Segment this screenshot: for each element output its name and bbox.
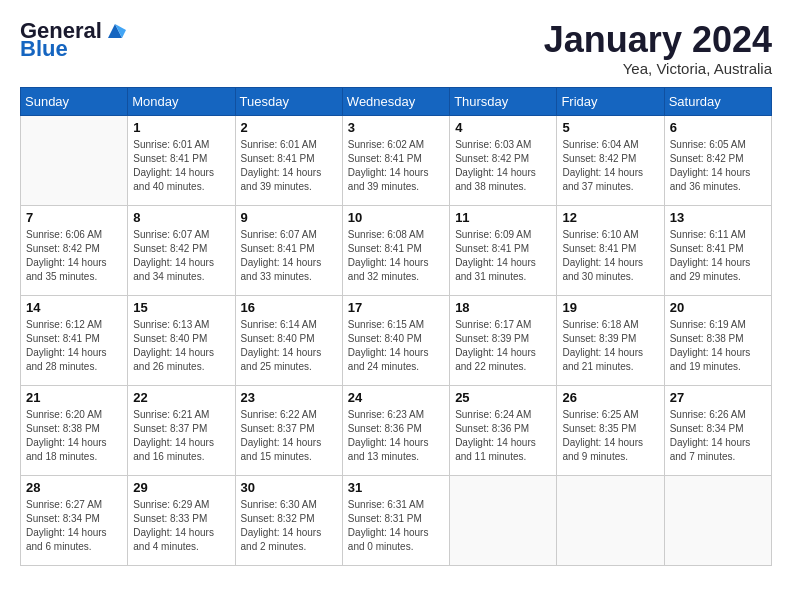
calendar-day-cell: 13Sunrise: 6:11 AM Sunset: 8:41 PM Dayli… bbox=[664, 205, 771, 295]
calendar-day-cell: 31Sunrise: 6:31 AM Sunset: 8:31 PM Dayli… bbox=[342, 475, 449, 565]
calendar-day-cell: 30Sunrise: 6:30 AM Sunset: 8:32 PM Dayli… bbox=[235, 475, 342, 565]
day-number: 21 bbox=[26, 390, 122, 405]
day-info: Sunrise: 6:05 AM Sunset: 8:42 PM Dayligh… bbox=[670, 138, 766, 194]
day-number: 13 bbox=[670, 210, 766, 225]
calendar-day-cell: 12Sunrise: 6:10 AM Sunset: 8:41 PM Dayli… bbox=[557, 205, 664, 295]
day-number: 10 bbox=[348, 210, 444, 225]
day-info: Sunrise: 6:22 AM Sunset: 8:37 PM Dayligh… bbox=[241, 408, 337, 464]
day-info: Sunrise: 6:02 AM Sunset: 8:41 PM Dayligh… bbox=[348, 138, 444, 194]
calendar-day-cell: 22Sunrise: 6:21 AM Sunset: 8:37 PM Dayli… bbox=[128, 385, 235, 475]
day-number: 1 bbox=[133, 120, 229, 135]
calendar-day-cell: 3Sunrise: 6:02 AM Sunset: 8:41 PM Daylig… bbox=[342, 115, 449, 205]
calendar-day-cell: 5Sunrise: 6:04 AM Sunset: 8:42 PM Daylig… bbox=[557, 115, 664, 205]
day-number: 24 bbox=[348, 390, 444, 405]
calendar-day-cell bbox=[21, 115, 128, 205]
calendar-header-row: SundayMondayTuesdayWednesdayThursdayFrid… bbox=[21, 87, 772, 115]
calendar-day-cell: 9Sunrise: 6:07 AM Sunset: 8:41 PM Daylig… bbox=[235, 205, 342, 295]
calendar-day-cell: 1Sunrise: 6:01 AM Sunset: 8:41 PM Daylig… bbox=[128, 115, 235, 205]
calendar-day-cell: 2Sunrise: 6:01 AM Sunset: 8:41 PM Daylig… bbox=[235, 115, 342, 205]
calendar-week-row: 7Sunrise: 6:06 AM Sunset: 8:42 PM Daylig… bbox=[21, 205, 772, 295]
page-header: General Blue January 2024 Yea, Victoria,… bbox=[20, 20, 772, 77]
day-info: Sunrise: 6:23 AM Sunset: 8:36 PM Dayligh… bbox=[348, 408, 444, 464]
calendar-day-header: Wednesday bbox=[342, 87, 449, 115]
calendar-week-row: 21Sunrise: 6:20 AM Sunset: 8:38 PM Dayli… bbox=[21, 385, 772, 475]
calendar-day-cell: 28Sunrise: 6:27 AM Sunset: 8:34 PM Dayli… bbox=[21, 475, 128, 565]
calendar-day-cell bbox=[664, 475, 771, 565]
day-info: Sunrise: 6:09 AM Sunset: 8:41 PM Dayligh… bbox=[455, 228, 551, 284]
day-info: Sunrise: 6:30 AM Sunset: 8:32 PM Dayligh… bbox=[241, 498, 337, 554]
day-number: 20 bbox=[670, 300, 766, 315]
day-info: Sunrise: 6:06 AM Sunset: 8:42 PM Dayligh… bbox=[26, 228, 122, 284]
day-number: 15 bbox=[133, 300, 229, 315]
calendar-day-cell: 6Sunrise: 6:05 AM Sunset: 8:42 PM Daylig… bbox=[664, 115, 771, 205]
day-info: Sunrise: 6:14 AM Sunset: 8:40 PM Dayligh… bbox=[241, 318, 337, 374]
calendar-day-cell: 29Sunrise: 6:29 AM Sunset: 8:33 PM Dayli… bbox=[128, 475, 235, 565]
day-info: Sunrise: 6:31 AM Sunset: 8:31 PM Dayligh… bbox=[348, 498, 444, 554]
day-info: Sunrise: 6:18 AM Sunset: 8:39 PM Dayligh… bbox=[562, 318, 658, 374]
day-info: Sunrise: 6:08 AM Sunset: 8:41 PM Dayligh… bbox=[348, 228, 444, 284]
calendar-day-cell: 14Sunrise: 6:12 AM Sunset: 8:41 PM Dayli… bbox=[21, 295, 128, 385]
day-info: Sunrise: 6:04 AM Sunset: 8:42 PM Dayligh… bbox=[562, 138, 658, 194]
day-number: 18 bbox=[455, 300, 551, 315]
calendar-day-header: Friday bbox=[557, 87, 664, 115]
day-number: 11 bbox=[455, 210, 551, 225]
calendar-day-cell: 19Sunrise: 6:18 AM Sunset: 8:39 PM Dayli… bbox=[557, 295, 664, 385]
day-number: 2 bbox=[241, 120, 337, 135]
day-number: 4 bbox=[455, 120, 551, 135]
calendar-day-header: Sunday bbox=[21, 87, 128, 115]
day-number: 14 bbox=[26, 300, 122, 315]
calendar-day-header: Tuesday bbox=[235, 87, 342, 115]
calendar-day-cell: 15Sunrise: 6:13 AM Sunset: 8:40 PM Dayli… bbox=[128, 295, 235, 385]
day-number: 26 bbox=[562, 390, 658, 405]
calendar-week-row: 1Sunrise: 6:01 AM Sunset: 8:41 PM Daylig… bbox=[21, 115, 772, 205]
logo-blue: Blue bbox=[20, 38, 68, 60]
location: Yea, Victoria, Australia bbox=[544, 60, 772, 77]
day-number: 12 bbox=[562, 210, 658, 225]
calendar-day-cell: 23Sunrise: 6:22 AM Sunset: 8:37 PM Dayli… bbox=[235, 385, 342, 475]
day-number: 31 bbox=[348, 480, 444, 495]
calendar-day-cell: 10Sunrise: 6:08 AM Sunset: 8:41 PM Dayli… bbox=[342, 205, 449, 295]
day-info: Sunrise: 6:24 AM Sunset: 8:36 PM Dayligh… bbox=[455, 408, 551, 464]
day-info: Sunrise: 6:17 AM Sunset: 8:39 PM Dayligh… bbox=[455, 318, 551, 374]
calendar-day-cell: 26Sunrise: 6:25 AM Sunset: 8:35 PM Dayli… bbox=[557, 385, 664, 475]
calendar-day-cell: 4Sunrise: 6:03 AM Sunset: 8:42 PM Daylig… bbox=[450, 115, 557, 205]
day-number: 7 bbox=[26, 210, 122, 225]
day-number: 29 bbox=[133, 480, 229, 495]
calendar-day-cell bbox=[450, 475, 557, 565]
day-number: 3 bbox=[348, 120, 444, 135]
calendar-day-cell: 18Sunrise: 6:17 AM Sunset: 8:39 PM Dayli… bbox=[450, 295, 557, 385]
day-number: 22 bbox=[133, 390, 229, 405]
day-number: 25 bbox=[455, 390, 551, 405]
calendar-day-header: Saturday bbox=[664, 87, 771, 115]
day-number: 27 bbox=[670, 390, 766, 405]
calendar-day-cell: 20Sunrise: 6:19 AM Sunset: 8:38 PM Dayli… bbox=[664, 295, 771, 385]
calendar-table: SundayMondayTuesdayWednesdayThursdayFrid… bbox=[20, 87, 772, 566]
day-info: Sunrise: 6:21 AM Sunset: 8:37 PM Dayligh… bbox=[133, 408, 229, 464]
calendar-week-row: 14Sunrise: 6:12 AM Sunset: 8:41 PM Dayli… bbox=[21, 295, 772, 385]
calendar-day-header: Monday bbox=[128, 87, 235, 115]
calendar-day-cell: 24Sunrise: 6:23 AM Sunset: 8:36 PM Dayli… bbox=[342, 385, 449, 475]
day-info: Sunrise: 6:13 AM Sunset: 8:40 PM Dayligh… bbox=[133, 318, 229, 374]
day-number: 16 bbox=[241, 300, 337, 315]
day-number: 8 bbox=[133, 210, 229, 225]
calendar-day-cell: 7Sunrise: 6:06 AM Sunset: 8:42 PM Daylig… bbox=[21, 205, 128, 295]
calendar-day-cell: 27Sunrise: 6:26 AM Sunset: 8:34 PM Dayli… bbox=[664, 385, 771, 475]
day-number: 23 bbox=[241, 390, 337, 405]
calendar-day-cell: 17Sunrise: 6:15 AM Sunset: 8:40 PM Dayli… bbox=[342, 295, 449, 385]
day-number: 19 bbox=[562, 300, 658, 315]
day-number: 28 bbox=[26, 480, 122, 495]
day-number: 5 bbox=[562, 120, 658, 135]
day-info: Sunrise: 6:19 AM Sunset: 8:38 PM Dayligh… bbox=[670, 318, 766, 374]
day-info: Sunrise: 6:11 AM Sunset: 8:41 PM Dayligh… bbox=[670, 228, 766, 284]
day-number: 30 bbox=[241, 480, 337, 495]
day-info: Sunrise: 6:15 AM Sunset: 8:40 PM Dayligh… bbox=[348, 318, 444, 374]
day-info: Sunrise: 6:10 AM Sunset: 8:41 PM Dayligh… bbox=[562, 228, 658, 284]
day-info: Sunrise: 6:26 AM Sunset: 8:34 PM Dayligh… bbox=[670, 408, 766, 464]
day-info: Sunrise: 6:03 AM Sunset: 8:42 PM Dayligh… bbox=[455, 138, 551, 194]
day-info: Sunrise: 6:20 AM Sunset: 8:38 PM Dayligh… bbox=[26, 408, 122, 464]
day-info: Sunrise: 6:25 AM Sunset: 8:35 PM Dayligh… bbox=[562, 408, 658, 464]
day-number: 9 bbox=[241, 210, 337, 225]
calendar-day-cell: 25Sunrise: 6:24 AM Sunset: 8:36 PM Dayli… bbox=[450, 385, 557, 475]
calendar-day-cell: 16Sunrise: 6:14 AM Sunset: 8:40 PM Dayli… bbox=[235, 295, 342, 385]
calendar-day-cell: 21Sunrise: 6:20 AM Sunset: 8:38 PM Dayli… bbox=[21, 385, 128, 475]
